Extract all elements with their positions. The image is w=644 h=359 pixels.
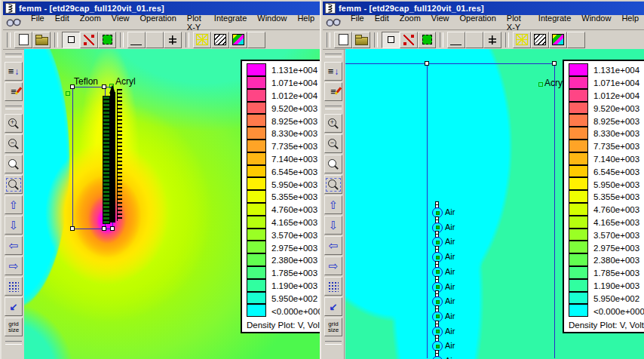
pan-down-button[interactable] <box>324 216 342 235</box>
legend-swatch <box>569 203 588 216</box>
legend-swatch <box>247 89 266 102</box>
contour-plot-button[interactable] <box>531 32 549 48</box>
density-plot-canvas[interactable]: Teflon Acryl 1.131e+004 1.071e+004 1.012… <box>24 49 320 359</box>
air-region: Air <box>432 294 492 309</box>
pan-up-button[interactable] <box>324 195 342 214</box>
density-plot-button[interactable] <box>229 32 247 48</box>
legend-swatch <box>247 63 266 76</box>
air-region: Air <box>432 324 492 339</box>
legend-row: 8.925e+003 <box>247 115 320 127</box>
integral-button[interactable] <box>146 32 164 48</box>
show-mesh-button[interactable] <box>513 32 531 48</box>
legend-value: 7.735e+003 <box>593 142 639 151</box>
results-doc-icon <box>7 66 20 78</box>
zoom-in-icon <box>327 118 340 130</box>
legend-row: 5.355e+003 <box>569 191 644 204</box>
open-button[interactable] <box>352 32 370 48</box>
block-mode-button[interactable] <box>418 32 436 48</box>
snap-grid-button[interactable] <box>5 297 23 316</box>
legend-value: 9.520e+003 <box>593 104 639 113</box>
electrode-bar <box>110 92 115 222</box>
zoom-in-button[interactable] <box>5 114 23 133</box>
density-plot-canvas[interactable]: Acryl Air Air Air Air Air <box>345 49 644 359</box>
legend-value: 8.330e+003 <box>593 129 639 138</box>
zoom-out-button[interactable] <box>5 134 23 153</box>
contour-plot-button[interactable] <box>211 32 229 48</box>
grid-size-icon: grid size <box>5 321 22 333</box>
toolbar-separator <box>327 32 330 48</box>
air-circle-icon[interactable] <box>432 356 443 359</box>
air-region: Air <box>432 280 492 295</box>
pan-left-button[interactable] <box>5 236 23 255</box>
circuit-button[interactable] <box>483 32 501 48</box>
results-button[interactable] <box>5 62 23 81</box>
block-mode-button[interactable] <box>98 32 116 48</box>
zoom-extents-button[interactable] <box>324 155 342 173</box>
zoom-window-button[interactable] <box>5 175 23 194</box>
zoom-out-button[interactable] <box>324 134 342 153</box>
line-mode-button[interactable] <box>400 32 418 48</box>
vector-icon <box>569 34 583 46</box>
menu-item-label: View <box>431 14 449 23</box>
contour-icon <box>214 34 226 45</box>
legend-value: 4.165e+003 <box>593 218 639 227</box>
side-toolbar: grid size <box>323 50 345 359</box>
zoom-extents-icon <box>7 158 20 170</box>
legend-row: 7.735e+003 <box>569 140 644 153</box>
grid-size-button[interactable]: grid size <box>5 318 23 336</box>
zoom-in-icon <box>7 118 20 130</box>
zoom-in-button[interactable] <box>324 114 342 133</box>
legend-value: 2.975e+003 <box>593 244 639 253</box>
legend-swatch <box>569 127 588 140</box>
pan-down-button[interactable] <box>5 216 23 235</box>
results-button[interactable] <box>324 62 342 81</box>
show-mesh-button[interactable] <box>193 32 211 48</box>
line-mode-icon <box>403 35 414 45</box>
pan-up-button[interactable] <box>5 195 23 214</box>
new-button[interactable] <box>14 32 32 48</box>
show-grid-button[interactable] <box>324 277 342 296</box>
circuit-button[interactable] <box>164 32 182 48</box>
show-grid-button[interactable] <box>5 277 23 296</box>
toolbar-grip <box>325 341 342 345</box>
legend-row: 2.380e+003 <box>247 254 320 267</box>
edit-button[interactable] <box>324 82 342 101</box>
zoom-extents-button[interactable] <box>5 155 23 173</box>
integral-icon <box>468 34 481 46</box>
vector-plot-button[interactable] <box>247 32 265 48</box>
zoom-window-button[interactable] <box>324 175 342 194</box>
vector-icon <box>250 34 263 46</box>
zoom-extents-icon <box>327 158 340 170</box>
point-mode-button[interactable] <box>62 32 80 48</box>
legend-value: 5.950e+003 <box>593 180 639 189</box>
node-icon <box>102 226 106 231</box>
legend-value: 7.140e+003 <box>271 155 317 164</box>
menu-item-label: Plot X-Y <box>507 14 521 32</box>
point-mode-button[interactable] <box>382 32 400 48</box>
xy-plot-button[interactable] <box>447 32 465 48</box>
legend-swatch <box>569 63 588 76</box>
snap-grid-button[interactable] <box>324 297 342 316</box>
integral-button[interactable] <box>465 32 483 48</box>
open-button[interactable] <box>32 32 51 48</box>
edit-button[interactable] <box>5 82 23 101</box>
line-mode-button[interactable] <box>80 32 98 48</box>
legend-row: 7.140e+003 <box>247 153 320 166</box>
vector-plot-button[interactable] <box>567 32 585 48</box>
legend-value: <0.000e+000 <box>593 307 644 316</box>
xy-plot-button[interactable] <box>127 32 146 48</box>
xy-plot-icon <box>449 34 463 46</box>
new-button[interactable] <box>334 32 352 48</box>
grid-size-button[interactable]: grid size <box>324 318 342 336</box>
legend-row: 1.131e+004 <box>569 64 644 77</box>
pan-right-button[interactable] <box>5 256 23 275</box>
pan-left-button[interactable] <box>324 236 342 255</box>
legend-value: 5.355e+003 <box>593 192 639 201</box>
legend-value: 1.785e+003 <box>271 268 317 278</box>
pan-right-button[interactable] <box>324 256 342 275</box>
legend-row: 5.355e+003 <box>247 191 320 204</box>
main-toolbar <box>3 30 320 50</box>
density-plot-button[interactable] <box>549 32 567 48</box>
toolbar-separator <box>186 32 189 48</box>
pan-up-icon <box>7 199 20 211</box>
